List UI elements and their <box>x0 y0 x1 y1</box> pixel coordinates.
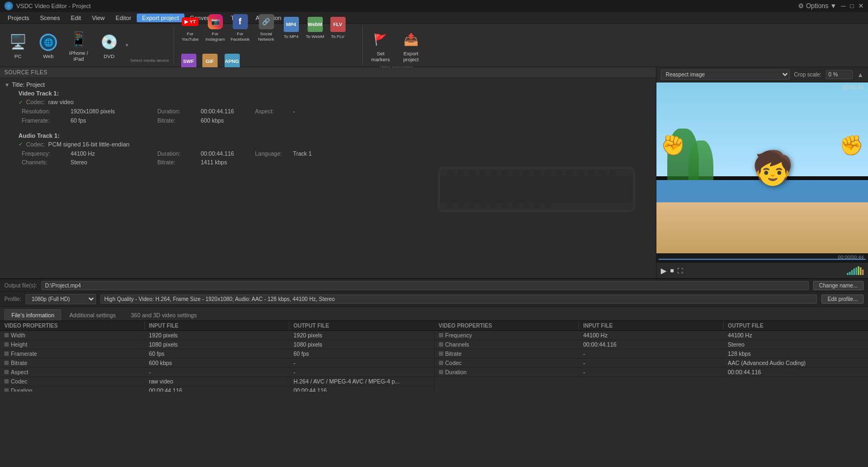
prop-aspect: Aspect <box>0 368 145 376</box>
toolbar-facebook-btn[interactable]: f For Facebook <box>228 9 252 45</box>
ch-label: Channels: <box>22 158 71 167</box>
toolbar-web-btn[interactable]: 🌐 Web <box>34 28 63 63</box>
audio-track-header: Audio Track 1: <box>13 132 652 140</box>
toolbar-iphone-btn[interactable]: 📱 iPhone / iPad <box>64 28 93 63</box>
video-input-col-header: INPUT FILE <box>145 321 290 330</box>
preview-hand-left: ✊ <box>661 134 685 157</box>
svg-rect-4 <box>458 170 464 176</box>
video-track-header: Video Track 1: <box>13 90 652 98</box>
audio-col-headers: VIDEO PROPERTIES INPUT FILE OUTPUT FILE <box>435 321 869 331</box>
svg-rect-6 <box>480 170 486 176</box>
options-btn[interactable]: ⚙ Options ▼ <box>798 2 837 10</box>
maximize-btn[interactable]: □ <box>850 2 854 10</box>
tree-root[interactable]: ▼ Title: Project <box>2 80 654 89</box>
preview-toolbar: Reaspect image Crop scale: ▲ <box>656 67 868 82</box>
prop-height: Height <box>0 340 145 349</box>
toolbar-flv-btn[interactable]: FLV To FLV <box>328 9 348 45</box>
play-btn[interactable]: ▶ <box>661 266 667 275</box>
video-track: Video Track 1: ✓ Codec: raw video Resolu… <box>2 89 654 127</box>
toolbar-export-project-btn[interactable]: 📤 Export project <box>397 28 426 64</box>
video-props-col-header: VIDEO PROPERTIES <box>0 321 145 330</box>
vol-bar-2 <box>849 272 851 275</box>
media-group-label: Select media device <box>130 58 169 65</box>
codec-label-a: Codec: <box>26 141 45 148</box>
reaspect-select[interactable]: Reaspect image <box>661 69 790 80</box>
input-frequency: 44100 Hz <box>579 331 724 340</box>
scrubber-bar[interactable]: 00:00/00:44 <box>656 253 868 262</box>
source-header-label: SOURCE FILES <box>4 69 47 75</box>
input-duration-a: - <box>579 368 724 376</box>
dur-label-a: Duration: <box>157 149 201 158</box>
stop-btn[interactable]: ■ <box>670 267 674 274</box>
audio-track-check-row: ✓ Codec: PCM signed 16-bit little-endian <box>13 140 652 149</box>
menu-editor[interactable]: Editor <box>110 14 137 22</box>
menu-scenes[interactable]: Scenes <box>35 14 66 22</box>
row-bitrate-a: Bitrate - 128 kbps <box>435 349 869 359</box>
scrubber-track[interactable] <box>659 259 866 260</box>
svg-rect-22 <box>480 203 486 208</box>
edit-profile-btn[interactable]: Edit profile... <box>821 295 864 304</box>
fullscreen-btn[interactable]: ⛶ <box>677 267 683 274</box>
preview-child-area: 🧒 <box>699 100 847 236</box>
media-dropdown-arrow[interactable]: ▼ <box>125 43 129 48</box>
toolbar-instagram-btn[interactable]: 📷 For Instagram <box>203 9 227 45</box>
br-value-a: 1411 kbps <box>201 158 255 167</box>
svg-rect-3 <box>447 170 454 176</box>
preview-child: 🧒 <box>752 149 793 187</box>
input-height: 1080 pixels <box>145 340 290 349</box>
toolbar-social-btn[interactable]: 🔗 Social Network <box>253 9 279 45</box>
tab-360-3d[interactable]: 360 and 3D video settings <box>124 309 203 321</box>
prop-bitrate-v: Bitrate <box>0 359 145 367</box>
tab-file-info[interactable]: File's information <box>4 309 61 321</box>
web-label: Web <box>43 53 53 59</box>
toolbar-set-markers-btn[interactable]: 🚩 Set markers <box>367 28 394 64</box>
vol-bar-8 <box>862 270 864 275</box>
audio-track: Audio Track 1: ✓ Codec: PCM signed 16-bi… <box>2 131 654 169</box>
br-label-v: Bitrate: <box>157 116 201 125</box>
output-duration-a: 00:00:44.116 <box>724 368 869 376</box>
prop-duration-v: Duration <box>0 386 145 392</box>
social-icon: 🔗 <box>259 14 274 29</box>
project-title: Title: Project <box>12 81 45 88</box>
close-btn[interactable]: ✕ <box>858 2 864 10</box>
crop-spinner-up[interactable]: ▲ <box>857 71 864 79</box>
toolbar-youtube-btn[interactable]: ▶ YT For YouTube <box>178 9 202 45</box>
profile-select[interactable]: 1080p (Full HD) <box>25 294 96 304</box>
svg-rect-25 <box>512 203 519 208</box>
menu-view[interactable]: View <box>86 14 110 22</box>
toolbar-conversion-group: 🚩 Set markers 📤 Export project Video con… <box>367 26 430 65</box>
row-frequency: Frequency 44100 Hz 44100 Hz <box>435 331 869 340</box>
menu-export-project[interactable]: Export project <box>137 14 184 22</box>
svg-rect-24 <box>501 203 508 208</box>
toolbar-mp4-btn[interactable]: MP4 To MP4 <box>280 9 302 45</box>
facebook-label: For Facebook <box>229 31 251 42</box>
res-value: 1920x1080 pixels <box>71 107 157 116</box>
audio-props-col-header: VIDEO PROPERTIES <box>435 321 579 330</box>
output-codec-v: H.264 / AVC / MPEG-4 AVC / MPEG-4 p... <box>289 377 434 386</box>
freq-value: 44100 Hz <box>71 149 157 158</box>
output-path-input[interactable] <box>41 281 809 290</box>
output-aspect: - <box>289 368 434 376</box>
input-codec-a: - <box>579 359 724 367</box>
iphone-label: iPhone / iPad <box>65 50 92 62</box>
audio-input-col-header: INPUT FILE <box>579 321 724 330</box>
profile-desc-input[interactable] <box>100 295 817 304</box>
vol-bar-3 <box>851 270 853 275</box>
toolbar-dvd-btn[interactable]: 💿 DVD <box>94 28 124 63</box>
codec-value-v: raw video <box>48 99 74 105</box>
toolbar-webm-btn[interactable]: WebM To WebM <box>303 9 327 45</box>
minimize-btn[interactable]: ─ <box>841 2 846 10</box>
preview-hand-right: ✊ <box>839 134 864 157</box>
menu-edit[interactable]: Edit <box>65 14 86 22</box>
vol-bar-4 <box>853 268 855 275</box>
crop-input[interactable] <box>826 70 853 79</box>
prop-channels: Channels <box>435 340 579 349</box>
change-name-btn[interactable]: Change name... <box>813 281 864 290</box>
tab-additional[interactable]: Additional settings <box>62 309 123 321</box>
toolbar-pc-btn[interactable]: 🖥️ PC <box>3 28 33 63</box>
input-framerate: 60 fps <box>145 349 290 358</box>
svg-rect-16 <box>588 170 595 176</box>
menu-projects[interactable]: Projects <box>2 14 35 22</box>
social-label: Social Network <box>254 31 278 42</box>
asp-label: Aspect: <box>255 107 293 116</box>
